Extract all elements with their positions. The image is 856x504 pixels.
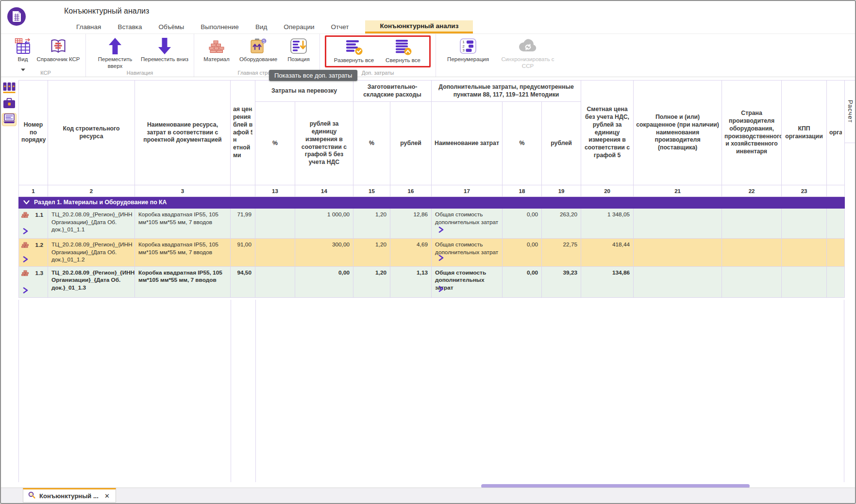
bottom-tab-bar: Конъюнктурный ... ✕ xyxy=(1,488,855,503)
toolbar-button-equipment-box[interactable]: Оборудование xyxy=(235,36,282,63)
close-icon[interactable]: ✕ xyxy=(103,492,111,500)
cell-c16[interactable]: 1,13 xyxy=(390,266,432,297)
cell-c24[interactable] xyxy=(827,239,845,267)
menu-tab-3[interactable]: Объёмы xyxy=(159,20,185,33)
cell-row-number[interactable]: 1.1 xyxy=(19,209,48,239)
tab-calculation[interactable]: Расчет xyxy=(844,80,856,143)
menu-tab-label: Операции xyxy=(284,23,314,31)
col-header-c23: КПП организации xyxy=(782,81,827,185)
menu-tab-bar: ГлавнаяВставкаОбъёмыВыполнениеВидОпераци… xyxy=(1,20,855,33)
section-row[interactable]: Раздел 1. Материалы и Оборудование по КА xyxy=(19,197,845,209)
cell-c14[interactable]: 300,00 xyxy=(295,239,353,267)
menu-tab-8[interactable]: Конъюнктурный анализ xyxy=(365,20,473,33)
menu-tab-label: Вставка xyxy=(117,23,142,31)
cell-c23[interactable] xyxy=(782,239,827,267)
sidebar-item-binders[interactable] xyxy=(2,82,17,95)
cell-clipped-price[interactable]: 94,50 xyxy=(231,266,255,297)
cell-c18[interactable]: 0,00 xyxy=(503,239,542,267)
sidebar-item-briefcase[interactable] xyxy=(2,98,17,111)
cell-c13[interactable] xyxy=(255,209,295,239)
cell-c21[interactable] xyxy=(634,239,722,267)
cell-cost-name[interactable]: Общая стоимость дополнительных затрат xyxy=(432,239,503,267)
tooltip: Показать все доп. затраты xyxy=(269,70,357,81)
toolbar-button-grid-view[interactable]: Вид xyxy=(11,36,35,73)
toolbar-button-label: Свернуть все xyxy=(386,57,420,64)
cell-c20[interactable]: 134,86 xyxy=(581,266,634,297)
cell-c13[interactable] xyxy=(255,239,295,267)
cell-c24[interactable] xyxy=(827,209,845,239)
cell-row-number[interactable]: 1.2 xyxy=(19,239,48,267)
menu-tab-7[interactable]: Отчет xyxy=(331,20,349,33)
cell-c13[interactable] xyxy=(255,266,295,297)
cell-c22[interactable] xyxy=(722,266,782,297)
left-sidebar xyxy=(1,78,17,488)
cell-c18[interactable]: 0,00 xyxy=(503,266,542,297)
cell-cost-name[interactable]: Общая стоимость дополнительных затрат xyxy=(432,266,503,297)
toolbar-button-arrow-down[interactable]: Переместить вниз xyxy=(140,36,189,63)
toolbar-button-cloud-sync[interactable]: Синхронизировать с ССР xyxy=(496,36,559,69)
cell-c18[interactable]: 0,00 xyxy=(503,209,542,239)
cell-c16[interactable]: 12,86 xyxy=(390,209,432,239)
bottom-tab-analysis[interactable]: Конъюнктурный ... ✕ xyxy=(23,488,116,503)
toolbar-button-bricks[interactable]: Материал xyxy=(199,36,234,63)
cell-resource-name[interactable]: Коробка квадратная IP55, 105 мм*105 мм*5… xyxy=(135,239,231,267)
col-header-name: Наименование ресурса, затрат в соответст… xyxy=(135,81,231,185)
cell-c21[interactable] xyxy=(634,266,722,297)
cell-c19[interactable]: 39,23 xyxy=(542,266,581,297)
cell-cost-name[interactable]: Общая стоимость дополнительных затрат xyxy=(432,209,503,239)
expand-costs-chevron[interactable] xyxy=(438,227,444,235)
column-number: 20 xyxy=(581,185,634,197)
toolbar-button-collapse-all[interactable]: Свернуть все xyxy=(381,37,425,64)
cell-row-number[interactable]: 1.3 xyxy=(19,266,48,297)
menu-tab-2[interactable]: Вставка xyxy=(117,20,142,33)
toolbar-button-position[interactable]: Позиция xyxy=(283,36,315,63)
cell-c14[interactable]: 0,00 xyxy=(295,266,353,297)
cell-resource-code[interactable]: ТЦ_20.2.08.09_{Регион}_{ИНН Организации}… xyxy=(48,239,135,267)
expand-costs-chevron[interactable] xyxy=(438,286,444,294)
expand-row-chevron[interactable] xyxy=(22,256,29,264)
cell-clipped-price[interactable]: 71,99 xyxy=(231,209,255,239)
toolbar-button-label: Справочник КСР xyxy=(37,56,80,63)
cell-resource-code[interactable]: ТЦ_20.2.08.09_{Регион}_{ИНН Организации}… xyxy=(48,209,135,239)
cell-c16[interactable]: 4,69 xyxy=(390,239,432,267)
menu-tab-4[interactable]: Выполнение xyxy=(201,20,239,33)
cell-c19[interactable]: 22,75 xyxy=(542,239,581,267)
cell-resource-name[interactable]: Коробка квадратная IP55, 105 мм*105 мм*5… xyxy=(135,209,231,239)
column-number xyxy=(827,185,845,197)
cell-c22[interactable] xyxy=(722,209,782,239)
table-row-1.1: 1.1ТЦ_20.2.08.09_{Регион}_{ИНН Организац… xyxy=(19,209,845,239)
cell-c15[interactable]: 1,20 xyxy=(353,209,390,239)
expand-row-chevron[interactable] xyxy=(22,228,29,236)
toolbar-button-expand-all[interactable]: Развернуть все xyxy=(330,37,378,64)
bricks-icon xyxy=(208,37,225,55)
row-number: 1.2 xyxy=(35,242,43,248)
toolbar-button-arrow-up[interactable]: Переместить вверх xyxy=(91,36,139,69)
toolbar-button-renumber[interactable]: 123Перенумерация xyxy=(441,36,495,63)
menu-tab-label: Главная xyxy=(76,23,101,31)
cell-resource-code[interactable]: ТЦ_20.2.08.09_{Регион}_{ИНН Организации}… xyxy=(48,266,135,297)
cell-c20[interactable]: 418,44 xyxy=(581,239,634,267)
cell-c23[interactable] xyxy=(782,266,827,297)
bottom-tab-label: Конъюнктурный ... xyxy=(39,492,100,500)
cell-c23[interactable] xyxy=(782,209,827,239)
cell-resource-name[interactable]: Коробка квадратная IP55, 105 мм*105 мм*5… xyxy=(135,266,231,297)
col-header-c21: Полное и (или) сокращенное (при наличии)… xyxy=(634,81,722,185)
cell-c19[interactable]: 263,20 xyxy=(542,209,581,239)
cell-c20[interactable]: 1 348,05 xyxy=(581,209,634,239)
expand-costs-chevron[interactable] xyxy=(438,255,444,263)
cell-c14[interactable]: 1 000,00 xyxy=(295,209,353,239)
column-number: 16 xyxy=(390,185,432,197)
menu-tab-5[interactable]: Вид xyxy=(255,20,267,33)
cell-c15[interactable]: 1,20 xyxy=(353,266,390,297)
sidebar-item-spreadsheet[interactable] xyxy=(2,113,17,126)
menu-tab-6[interactable]: Операции xyxy=(284,20,314,33)
toolbar-button-book[interactable]: Справочник КСР xyxy=(36,36,81,63)
cell-c15[interactable]: 1,20 xyxy=(353,239,390,267)
expand-row-chevron[interactable] xyxy=(22,287,29,295)
cell-c21[interactable] xyxy=(634,209,722,239)
column-number: 17 xyxy=(432,185,503,197)
cell-clipped-price[interactable]: 91,00 xyxy=(231,239,255,267)
cell-c22[interactable] xyxy=(722,239,782,267)
menu-tab-1[interactable]: Главная xyxy=(76,20,101,33)
cell-c24[interactable] xyxy=(827,266,845,297)
